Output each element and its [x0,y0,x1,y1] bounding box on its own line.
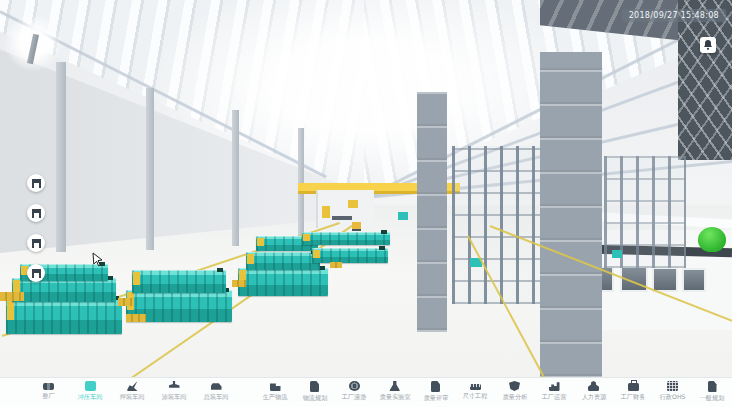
module-general-planning[interactable]: 一般规划 [697,378,727,407]
building-icon [667,381,678,391]
welding-shop-icon [127,381,138,391]
flask-icon [389,381,400,391]
stamping-shop-icon [85,381,96,391]
painting-shop-icon [169,381,180,391]
press-detail [322,206,330,218]
die-stack[interactable] [12,278,116,302]
yellow-pallet [126,314,146,322]
wall-column [56,62,66,252]
module-human-resources[interactable]: 人力资源 [579,378,609,407]
module-factory-operations[interactable]: 工厂运营 [539,378,569,407]
window [652,267,678,292]
bottom-toolbar: 整厂 冲压车间 焊装车间 涂装车间 总装车间 生产物流 物流规划 [0,377,732,407]
machine [612,250,622,258]
green-marker [698,227,726,252]
press-machine-icon [32,179,41,188]
station-button-2[interactable] [27,204,45,222]
die-stack[interactable] [238,268,328,296]
camera-icon [349,381,360,391]
module-label: 物流规划 [302,394,327,402]
shop-tabs: 整厂 冲压车间 焊装车间 涂装车间 总装车间 [28,378,236,407]
tab-label: 整厂 [42,392,54,400]
module-label: 工厂财务 [621,393,646,401]
shield-icon [509,381,520,391]
press-detail [348,200,358,208]
review-doc-icon [431,381,440,392]
bell-icon [703,40,713,51]
yellow-pallet [0,292,24,301]
die-stack[interactable] [6,298,122,334]
module-label: 一般规划 [700,394,725,402]
press-machine-icon [32,239,41,248]
tab-final-assembly-shop[interactable]: 总装车间 [196,378,236,407]
station-button-3[interactable] [27,234,45,252]
module-quality-lab[interactable]: 质量实验室 [379,378,412,407]
module-label: 质量实验室 [379,393,410,401]
die-stack[interactable] [246,252,320,270]
machine [398,212,408,220]
module-label: 质量分析 [502,393,527,401]
module-production-logistics[interactable]: 生产物流 [260,378,290,407]
module-quality-analysis[interactable]: 质量分析 [500,378,530,407]
module-label: 工厂运营 [542,393,567,401]
tab-label: 冲压车间 [78,393,103,401]
module-label: 人力资源 [581,393,606,401]
station-button-4[interactable] [27,264,45,282]
3d-factory-viewport[interactable]: 2018/09/27 15:48:08 [0,0,732,378]
planning-doc-icon [708,381,717,392]
module-label: 行政OHS [660,393,686,401]
tab-label: 涂装车间 [162,393,187,401]
module-label: 生产物流 [263,393,288,401]
press-detail [332,216,352,220]
die-stack[interactable] [132,270,226,293]
tab-label: 焊装车间 [120,393,145,401]
notification-button[interactable] [700,37,716,53]
module-admin-ohs[interactable]: 行政OHS [658,378,688,407]
steel-column [540,52,602,378]
truck-icon [270,381,281,391]
briefcase-icon [628,383,639,391]
press-machine-icon [32,209,41,218]
tab-welding-shop[interactable]: 焊装车间 [112,378,152,407]
station-button-1[interactable] [27,174,45,192]
module-dimensional-engineering[interactable]: 尺寸工程 [460,378,490,407]
module-label: 质量评审 [423,394,448,402]
assembly-shop-icon [211,381,222,391]
module-quality-review[interactable]: 质量评审 [421,378,451,407]
ruler-icon [470,384,481,390]
module-logistics-planning[interactable]: 物流规划 [300,378,330,407]
die-row[interactable] [302,232,390,245]
tab-whole-plant[interactable]: 整厂 [28,378,68,407]
press-machine-icon [32,269,41,278]
plant-layout-icon [43,383,54,390]
tab-painting-shop[interactable]: 涂装车间 [154,378,194,407]
module-factory-finance[interactable]: 工厂财务 [618,378,648,407]
person-icon [588,381,599,391]
tab-stamping-shop[interactable]: 冲压车间 [70,378,110,407]
wall-column [146,88,154,250]
wall-column [232,110,239,246]
timestamp: 2018/09/27 15:48:08 [622,9,726,22]
module-label: 工厂漫游 [342,393,367,401]
document-icon [310,381,319,392]
steel-column [417,92,447,332]
module-buttons: 生产物流 物流规划 工厂漫游 质量实验室 质量评审 尺寸工程 质量分析 工厂运 [260,378,727,407]
module-factory-tour[interactable]: 工厂漫游 [339,378,369,407]
yellow-pallet [330,262,342,268]
storage-rack [452,146,544,304]
forklift [352,222,361,229]
die-row[interactable] [312,248,388,263]
bar-chart-icon [549,381,560,391]
module-label: 尺寸工程 [463,392,488,400]
mouse-cursor [92,252,104,267]
right-roof-truss [678,0,732,160]
yellow-pallet [232,280,246,287]
window [682,268,706,292]
tab-label: 总装车间 [204,393,229,401]
yellow-pallet [118,298,134,306]
